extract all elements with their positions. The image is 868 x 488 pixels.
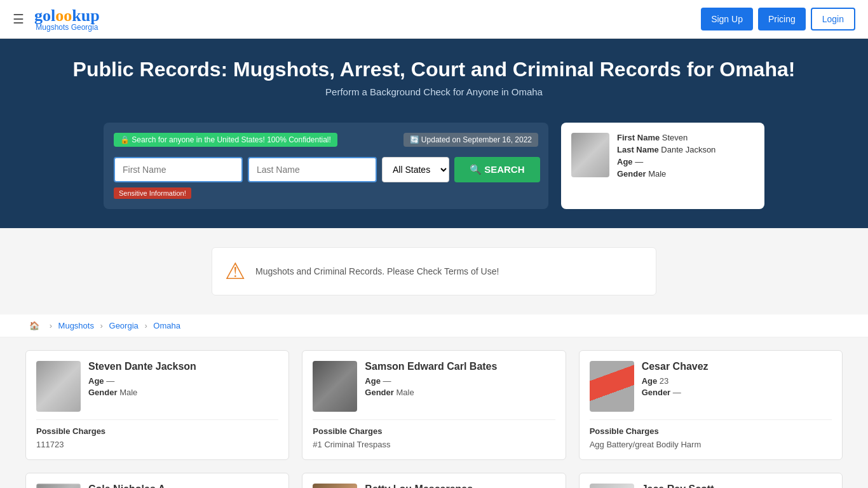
profile-card-inner: First Name Steven Last Name Dante Jackso… — [571, 133, 754, 181]
person-card-top: Cole Nicholas A Age 36 — [36, 484, 278, 488]
search-section: 🔒 Search for anyone in the United States… — [0, 116, 868, 228]
mugshot-image — [36, 361, 81, 412]
person-card-top: Samson Edward Carl Bates Age — Gender Ma… — [313, 361, 555, 412]
warning-text: Mugshots and Criminal Records. Please Ch… — [255, 266, 499, 276]
person-name: Cesar Chavez — [642, 361, 709, 372]
person-gender: Gender Male — [365, 388, 497, 397]
person-age: Age — — [88, 376, 196, 386]
search-notice-row: 🔒 Search for anyone in the United States… — [114, 133, 538, 151]
profile-last-name: Last Name Dante Jackson — [617, 145, 715, 154]
person-card[interactable]: Betty Lou Mascarenas Age — Possible Char… — [302, 473, 566, 488]
person-info: Jace Ray Scott Age — — [642, 484, 714, 488]
logo[interactable]: golookup Mugshots Georgia — [34, 6, 100, 32]
person-info: Betty Lou Mascarenas Age — — [365, 484, 473, 488]
divider — [36, 419, 278, 420]
avatar-image — [571, 133, 609, 177]
person-info: Samson Edward Carl Bates Age — Gender Ma… — [365, 361, 497, 412]
last-name-input[interactable] — [248, 157, 377, 182]
home-icon[interactable]: 🏠 — [29, 321, 39, 330]
breadcrumb-omaha[interactable]: Omaha — [153, 321, 180, 330]
charges-label: Possible Charges — [36, 426, 278, 436]
profile-card: First Name Steven Last Name Dante Jackso… — [561, 123, 764, 209]
person-name: Jace Ray Scott — [642, 484, 714, 488]
person-card[interactable]: Jace Ray Scott Age — Possible Charges — [579, 473, 843, 488]
charges-label: Possible Charges — [313, 426, 555, 436]
charge-text: #1 Criminal Trespass — [313, 440, 555, 449]
warning-container: ⚠ Mugshots and Criminal Records. Please … — [0, 228, 868, 315]
person-card-top: Betty Lou Mascarenas Age — — [313, 484, 555, 488]
person-card-top: Steven Dante Jackson Age — Gender Male — [36, 361, 278, 412]
person-name: Cole Nicholas A — [88, 484, 165, 488]
profile-info: First Name Steven Last Name Dante Jackso… — [617, 133, 715, 181]
person-name: Steven Dante Jackson — [88, 361, 196, 372]
login-button[interactable]: Login — [811, 8, 855, 30]
person-age: Age 23 — [642, 376, 709, 386]
divider — [313, 419, 555, 420]
state-select[interactable]: All States AlabamaAlaskaArizona Arkansas… — [382, 157, 449, 182]
breadcrumb-sep-1: › — [50, 321, 55, 330]
profile-age: Age — — [617, 157, 715, 166]
warning-banner: ⚠ Mugshots and Criminal Records. Please … — [212, 247, 656, 295]
mugshot-image — [313, 484, 357, 488]
person-card-top: Cesar Chavez Age 23 Gender — — [590, 361, 832, 412]
mugshot-image — [313, 361, 357, 412]
search-inputs: All States AlabamaAlaskaArizona Arkansas… — [114, 157, 538, 182]
person-gender: Gender Male — [88, 388, 196, 397]
cards-grid: Steven Dante Jackson Age — Gender Male P… — [25, 350, 843, 488]
person-mugshot — [590, 484, 634, 488]
header-left: ☰ golookup Mugshots Georgia — [13, 6, 100, 32]
mugshot-image — [590, 361, 634, 412]
charge-text: 111723 — [36, 440, 278, 449]
charge-text: Agg Battery/great Bodily Harm — [590, 440, 832, 449]
person-age: Age — — [365, 376, 497, 386]
person-name: Betty Lou Mascarenas — [365, 484, 473, 488]
breadcrumb-sep-2: › — [100, 321, 105, 330]
person-card-top: Jace Ray Scott Age — — [590, 484, 832, 488]
sensitive-badge: Sensitive Information! — [114, 187, 191, 199]
search-notice-updated: 🔄 Updated on September 16, 2022 — [403, 133, 538, 147]
person-card[interactable]: Steven Dante Jackson Age — Gender Male P… — [25, 350, 289, 460]
mugshot-image — [590, 484, 634, 488]
warning-icon: ⚠ — [225, 258, 245, 285]
person-card[interactable]: Cesar Chavez Age 23 Gender — Possible Ch… — [579, 350, 843, 460]
avatar — [571, 133, 609, 177]
person-mugshot — [36, 484, 81, 488]
search-button[interactable]: 🔍 SEARCH — [454, 157, 540, 182]
person-info: Cesar Chavez Age 23 Gender — — [642, 361, 709, 412]
mugshot-image — [36, 484, 81, 488]
person-gender: Gender — — [642, 388, 709, 397]
header-buttons: Sign Up Pricing Login — [701, 8, 855, 30]
breadcrumb-georgia[interactable]: Georgia — [109, 321, 139, 330]
person-info: Steven Dante Jackson Age — Gender Male — [88, 361, 196, 412]
main-content: Steven Dante Jackson Age — Gender Male P… — [0, 337, 868, 488]
search-notice-green: 🔒 Search for anyone in the United States… — [114, 133, 337, 147]
person-mugshot — [36, 361, 81, 412]
breadcrumb-sep-3: › — [144, 321, 149, 330]
person-mugshot — [313, 361, 357, 412]
breadcrumb: 🏠 › Mugshots › Georgia › Omaha — [0, 315, 868, 337]
charges-label: Possible Charges — [590, 426, 832, 436]
signup-button[interactable]: Sign Up — [701, 8, 753, 30]
person-name: Samson Edward Carl Bates — [365, 361, 497, 372]
logo-subtitle: Mugshots Georgia — [34, 23, 100, 32]
profile-first-name: First Name Steven — [617, 133, 715, 142]
first-name-input[interactable] — [114, 157, 243, 182]
hero-subtitle: Perform a Background Check for Anyone in… — [13, 86, 855, 97]
person-mugshot — [313, 484, 357, 488]
person-info: Cole Nicholas A Age 36 — [88, 484, 165, 488]
breadcrumb-mugshots[interactable]: Mugshots — [58, 321, 94, 330]
profile-gender: Gender Male — [617, 169, 715, 179]
header: ☰ golookup Mugshots Georgia Sign Up Pric… — [0, 0, 868, 39]
divider — [590, 419, 832, 420]
person-card[interactable]: Cole Nicholas A Age 36 Possible Charges — [25, 473, 289, 488]
hero-title: Public Records: Mugshots, Arrest, Court … — [13, 58, 855, 81]
hamburger-icon[interactable]: ☰ — [13, 11, 24, 27]
pricing-button[interactable]: Pricing — [758, 8, 806, 30]
person-card[interactable]: Samson Edward Carl Bates Age — Gender Ma… — [302, 350, 566, 460]
person-mugshot — [590, 361, 634, 412]
search-box: 🔒 Search for anyone in the United States… — [104, 123, 548, 209]
hero-section: Public Records: Mugshots, Arrest, Court … — [0, 39, 868, 116]
